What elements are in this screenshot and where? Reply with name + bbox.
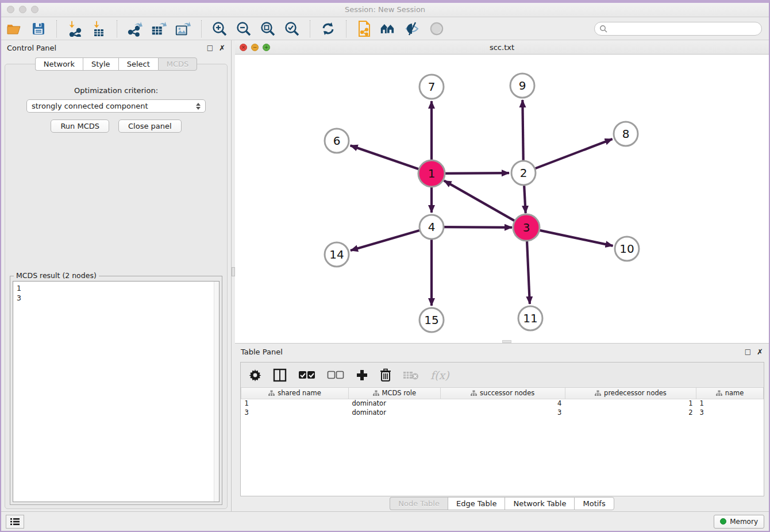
close-table-panel-icon[interactable]: ✗ [757, 348, 763, 356]
zoom-selected-button[interactable] [283, 20, 301, 37]
edge-3-1[interactable] [444, 180, 517, 222]
node-label: 1 [428, 167, 436, 180]
table-cell[interactable]: 4 [440, 399, 565, 408]
edge-2-9[interactable] [522, 100, 523, 161]
table-panel-header: Table Panel □ ✗ [235, 344, 769, 360]
show-all-button[interactable] [428, 20, 445, 37]
node-11[interactable]: 11 [518, 306, 542, 330]
first-neighbors-button[interactable] [380, 20, 397, 37]
node-15[interactable]: 15 [419, 308, 444, 332]
save-session-button[interactable] [30, 20, 47, 37]
panel-splitter[interactable] [231, 40, 235, 512]
result-scrollbar[interactable] [214, 282, 219, 502]
add-column-button[interactable] [356, 369, 368, 381]
close-panel-icon[interactable]: ✗ [219, 44, 225, 52]
export-image-button[interactable] [175, 20, 192, 37]
optimization-criterion-label: Optimization criterion: [5, 86, 227, 95]
edge-2-8[interactable] [534, 139, 613, 169]
tab-network-table[interactable]: Network Table [505, 497, 574, 510]
tab-network[interactable]: Network [35, 57, 83, 71]
table-cell[interactable]: dominator [349, 399, 441, 408]
node-2[interactable]: 2 [511, 161, 536, 185]
delete-column-button[interactable] [380, 368, 391, 382]
table-cell[interactable]: 3 [696, 408, 764, 417]
table-row[interactable]: 3dominator323 [241, 408, 764, 417]
table-cell[interactable]: 3 [241, 408, 349, 417]
node-label: 4 [428, 220, 436, 234]
edge-1-6[interactable] [351, 145, 421, 169]
edge-4-3[interactable] [443, 227, 512, 228]
tab-select[interactable]: Select [118, 57, 158, 71]
table-cell[interactable]: 1 [241, 399, 349, 408]
edge-3-10[interactable] [538, 230, 613, 246]
column-layout-button[interactable] [273, 368, 287, 382]
table-cell[interactable]: 3 [440, 408, 565, 417]
node-14[interactable]: 14 [325, 242, 349, 267]
node-8[interactable]: 8 [614, 122, 638, 146]
column-header-name[interactable]: name [696, 388, 764, 399]
network-window-title: scc.txt [235, 43, 769, 52]
search-input[interactable] [611, 25, 757, 33]
deselect-all-checkboxes-button[interactable] [327, 371, 344, 380]
node-3[interactable]: 3 [513, 214, 540, 241]
export-table-button[interactable] [151, 20, 168, 37]
column-header-predecessor-nodes[interactable]: predecessor nodes [565, 388, 696, 399]
column-header-successor-nodes[interactable]: successor nodes [440, 388, 565, 399]
zoom-out-button[interactable] [235, 20, 252, 37]
edge-2-3[interactable] [524, 184, 526, 213]
memory-button[interactable]: Memory [714, 515, 764, 529]
network-close-button[interactable]: × [240, 44, 247, 51]
tab-style[interactable]: Style [83, 57, 118, 71]
main-area: Control Panel □ ✗ NetworkStyleSelectMCDS… [1, 40, 769, 512]
node-1[interactable]: 1 [418, 160, 445, 187]
table-cell[interactable]: 1 [696, 399, 764, 408]
network-maximize-button[interactable]: + [263, 44, 270, 51]
toolbar-separator [56, 20, 57, 37]
show-panels-button[interactable] [6, 515, 24, 529]
table-settings-button[interactable] [249, 369, 261, 381]
node-label: 2 [520, 166, 528, 180]
tab-edge-table[interactable]: Edge Table [448, 497, 505, 510]
node-10[interactable]: 10 [615, 237, 639, 261]
refresh-view-button[interactable] [319, 20, 337, 37]
search-box[interactable] [594, 22, 762, 36]
edge-1-2[interactable] [443, 173, 509, 174]
table-cell[interactable]: 2 [565, 408, 696, 417]
optimization-criterion-select[interactable]: strongly connected component [26, 99, 206, 113]
open-session-button[interactable] [6, 20, 23, 37]
network-canvas[interactable]: 7968124314101511 [235, 55, 769, 343]
import-table-icon [91, 21, 106, 37]
float-panel-icon[interactable]: □ [207, 44, 213, 52]
table-cell[interactable]: dominator [349, 408, 441, 417]
node-7[interactable]: 7 [419, 75, 444, 99]
node-6[interactable]: 6 [325, 129, 349, 153]
import-network-button[interactable] [66, 20, 83, 37]
run-mcds-button[interactable]: Run MCDS [51, 119, 109, 133]
table-cell[interactable]: 1 [565, 399, 696, 408]
node-9[interactable]: 9 [510, 74, 534, 98]
gear-icon [249, 369, 261, 381]
table-tabs: Node TableEdge TableNetwork TableMotifs [235, 497, 769, 510]
column-header-shared-name[interactable]: shared name [241, 388, 349, 399]
tab-mcds[interactable]: MCDS [158, 57, 198, 71]
float-table-panel-icon[interactable]: □ [745, 348, 751, 356]
export-network-button[interactable] [126, 20, 144, 37]
import-table-button[interactable] [90, 20, 107, 37]
select-all-checkboxes-button[interactable] [298, 371, 315, 380]
tab-motifs[interactable]: Motifs [574, 497, 614, 510]
edge-4-14[interactable] [351, 230, 421, 250]
hide-selected-button[interactable] [404, 20, 421, 37]
network-minimize-button[interactable]: − [251, 44, 259, 51]
export-image-icon [175, 21, 192, 37]
close-panel-button[interactable]: Close panel [118, 119, 182, 133]
column-header-MCDS-role[interactable]: MCDS role [349, 388, 441, 399]
tab-node-table[interactable]: Node Table [390, 497, 448, 510]
zoom-in-button[interactable] [211, 20, 228, 37]
fit-content-button[interactable] [259, 20, 276, 37]
new-network-from-selection-button[interactable] [356, 20, 373, 37]
node-4[interactable]: 4 [419, 215, 444, 239]
zoom-in-icon [211, 21, 228, 37]
edge-3-11[interactable] [527, 239, 530, 304]
table-row[interactable]: 1dominator411 [241, 399, 764, 408]
mcds-result-list[interactable]: 13 [13, 281, 220, 502]
